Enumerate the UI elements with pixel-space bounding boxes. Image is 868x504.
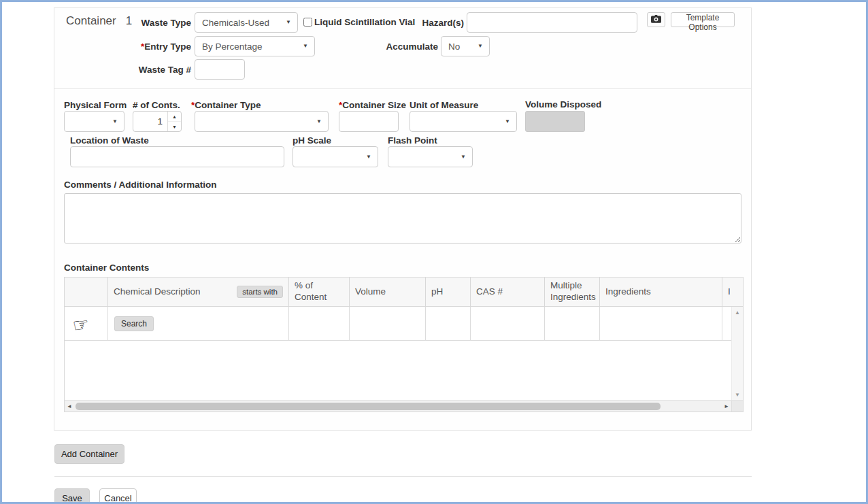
chevron-down-icon: ▼: [366, 154, 371, 160]
container-contents-table: Chemical Description starts with % of Co…: [64, 277, 744, 412]
container-size-input[interactable]: [339, 111, 399, 132]
chevron-down-icon: ▼: [286, 20, 291, 25]
chevron-down-icon: ▼: [303, 44, 308, 49]
num-conts-value[interactable]: 1: [133, 112, 168, 131]
table-body: ☞ Search ▲ ▼: [65, 307, 743, 401]
hazards-input[interactable]: [467, 12, 637, 33]
search-button[interactable]: Search: [114, 316, 154, 331]
accumulate-select[interactable]: No ▼: [441, 36, 490, 56]
add-container-button[interactable]: Add Container: [54, 444, 124, 464]
flash-point-label: Flash Point: [388, 135, 437, 146]
stepper-down-icon[interactable]: ▼: [168, 122, 181, 131]
multiple-ingredients-cell[interactable]: [545, 307, 600, 341]
location-of-waste-input[interactable]: [70, 146, 284, 167]
vertical-scrollbar[interactable]: ▲ ▼: [731, 307, 743, 401]
accumulate-label: Accumulate: [383, 41, 438, 52]
chevron-down-icon: ▼: [478, 44, 483, 49]
save-button[interactable]: Save: [54, 488, 90, 504]
ph-scale-label: pH Scale: [293, 135, 331, 146]
entry-type-label: *Entry Type: [130, 41, 191, 52]
container-size-label: *Container Size: [339, 100, 406, 110]
volume-disposed-field: [525, 111, 585, 132]
scrollbar-corner: [731, 401, 743, 411]
table-row: ☞ Search: [65, 307, 743, 341]
volume-disposed-label: Volume Disposed: [525, 99, 601, 110]
unit-of-measure-label: Unit of Measure: [410, 100, 478, 110]
stepper-up-icon[interactable]: ▲: [168, 112, 181, 122]
scroll-left-icon[interactable]: ◄: [65, 403, 74, 409]
chevron-down-icon: ▼: [316, 119, 322, 124]
cancel-button[interactable]: Cancel: [99, 488, 137, 504]
liquid-scintillation-vial-checkbox[interactable]: [303, 18, 312, 27]
column-header-volume: Volume: [350, 278, 426, 306]
hazards-label: Hazard(s): [410, 18, 464, 28]
table-header-row: Chemical Description starts with % of Co…: [65, 278, 743, 307]
template-options-button[interactable]: Template Options: [671, 12, 735, 27]
num-conts-stepper[interactable]: 1 ▲ ▼: [133, 111, 182, 132]
location-of-waste-label: Location of Waste: [70, 135, 149, 146]
scroll-down-icon[interactable]: ▼: [732, 392, 743, 398]
scroll-up-icon[interactable]: ▲: [732, 309, 743, 316]
column-header-ph: pH: [426, 278, 471, 306]
volume-cell[interactable]: [350, 307, 426, 341]
physical-form-label: Physical Form: [64, 100, 127, 110]
container-title: Container 1: [66, 14, 132, 28]
waste-type-select[interactable]: Chemicals-Used ▼: [195, 12, 298, 33]
liquid-scintillation-vial-label: Liquid Scintillation Vial: [314, 17, 415, 27]
column-header-cas: CAS #: [471, 278, 545, 306]
row-selector-cell: ☞: [65, 307, 108, 341]
unit-of-measure-select[interactable]: ▼: [410, 111, 517, 132]
num-conts-label: # of Conts.: [133, 100, 180, 110]
ph-cell[interactable]: [426, 307, 471, 341]
container-contents-title: Container Contents: [64, 263, 149, 273]
comments-textarea[interactable]: [64, 193, 741, 243]
waste-tag-input[interactable]: [195, 59, 245, 80]
column-header-selector: [65, 278, 108, 306]
column-header-percent-of-content: % of Content: [289, 278, 350, 306]
physical-form-select[interactable]: ▼: [64, 111, 124, 132]
entry-type-select[interactable]: By Percentage ▼: [195, 36, 315, 56]
chevron-down-icon: ▼: [112, 119, 118, 124]
container-type-label: *Container Type: [191, 100, 261, 110]
starts-with-filter-button[interactable]: starts with: [237, 286, 283, 298]
footer-divider: [54, 476, 752, 477]
waste-type-label: Waste Type: [131, 18, 191, 28]
camera-icon: [651, 14, 661, 25]
pointing-hand-icon: ☞: [71, 315, 90, 335]
app-window: Container 1 Waste Type Chemicals-Used ▼ …: [0, 0, 868, 504]
horizontal-scrollbar[interactable]: ◄ ►: [65, 400, 743, 411]
flash-point-select[interactable]: ▼: [388, 146, 473, 167]
ingredients-cell[interactable]: [600, 307, 722, 341]
column-header-ingredients: Ingredients: [600, 278, 722, 306]
waste-tag-label: Waste Tag #: [130, 65, 191, 75]
horizontal-scrollbar-thumb[interactable]: [76, 403, 661, 410]
chemical-description-cell: Search: [108, 307, 289, 341]
column-header-chemical-description: Chemical Description starts with: [108, 278, 289, 306]
chevron-down-icon: ▼: [461, 154, 466, 160]
scroll-right-icon[interactable]: ►: [722, 403, 731, 409]
column-header-truncated: I: [722, 278, 743, 306]
column-header-multiple-ingredients: Multiple Ingredients: [545, 278, 600, 306]
comments-label: Comments / Additional Information: [64, 180, 217, 190]
chevron-down-icon: ▼: [505, 119, 510, 124]
cas-cell[interactable]: [471, 307, 545, 341]
camera-button[interactable]: [647, 12, 665, 27]
container-type-select[interactable]: ▼: [195, 111, 329, 132]
ph-scale-select[interactable]: ▼: [293, 146, 378, 167]
percent-of-content-cell[interactable]: [289, 307, 350, 341]
